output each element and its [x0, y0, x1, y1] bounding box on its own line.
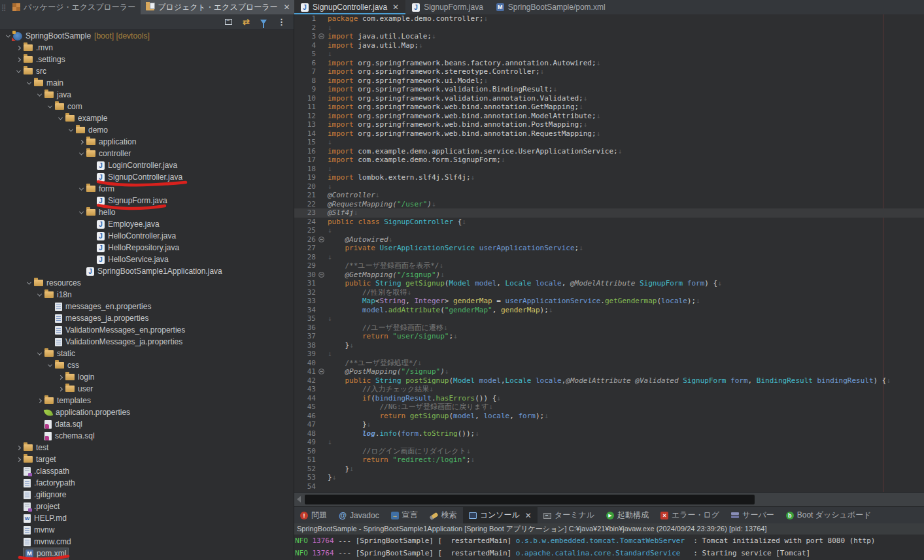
scroll-left-arrow-icon[interactable] — [297, 496, 301, 502]
code-editor[interactable]: 1package com.example.demo.controller;↓2↓… — [294, 14, 924, 492]
tree-item[interactable]: com — [0, 101, 294, 112]
tree-chevron-icon[interactable] — [34, 93, 44, 97]
tree-item[interactable]: SpringBootSample1Application.java — [0, 265, 294, 277]
view-tab-project-explorer[interactable]: プロジェクト・エクスプローラー✕ — [141, 0, 295, 14]
console-view-tab-problems[interactable]: 問題 — [294, 507, 333, 523]
tree-item[interactable]: static — [0, 348, 294, 359]
tree-item[interactable]: css — [0, 359, 294, 371]
console-view-tab-launch[interactable]: 起動構成 — [600, 507, 655, 523]
tree-item[interactable]: messages_en.properties — [0, 301, 294, 312]
tree-chevron-icon[interactable] — [34, 352, 44, 355]
console-view-tab-terminal[interactable]: ターミナル — [538, 507, 600, 523]
tree-item[interactable]: .factorypath — [0, 477, 294, 489]
tree-item[interactable]: schema.sql — [0, 430, 294, 442]
tree-item[interactable]: LoginController.java — [0, 159, 294, 171]
code-line: 9import org.springframework.validation.B… — [294, 85, 924, 94]
tree-item[interactable]: login — [0, 371, 294, 383]
tree-chevron-icon[interactable] — [13, 458, 24, 461]
scrollbar-thumb[interactable] — [305, 495, 755, 504]
tree-item[interactable]: mvnw — [0, 524, 294, 536]
tree-chevron-icon[interactable] — [44, 364, 55, 367]
tree-item[interactable]: messages_ja.properties — [0, 312, 294, 324]
tree-item[interactable]: example — [0, 112, 294, 124]
tree-item[interactable]: ValidationMessages_ja.properties — [0, 336, 294, 348]
link-with-editor-icon[interactable]: ⇄ — [243, 18, 250, 26]
tree-item[interactable]: main — [0, 77, 294, 89]
console-view-tab-console[interactable]: コンソール✕ — [463, 507, 538, 523]
tree-item[interactable]: HELP.md — [0, 512, 294, 524]
console-view-tab-servers[interactable]: サーバー — [725, 507, 780, 523]
tree-chevron-icon[interactable] — [76, 140, 86, 144]
console-view-tab-javadoc[interactable]: Javadoc — [333, 507, 385, 523]
tree-item[interactable]: .mvn — [0, 42, 294, 54]
tree-item[interactable]: java — [0, 89, 294, 101]
tree-chevron-icon[interactable] — [24, 282, 34, 285]
close-icon[interactable]: ✕ — [284, 3, 290, 12]
tree-item[interactable]: .settings — [0, 54, 294, 65]
tree-item[interactable]: src — [0, 65, 294, 77]
close-icon[interactable]: ✕ — [525, 511, 532, 520]
view-menu-icon[interactable]: ⋮ — [277, 18, 286, 26]
tree-chevron-icon[interactable] — [34, 293, 44, 297]
horizontal-scrollbar[interactable] — [294, 492, 924, 506]
tree-chevron-icon[interactable] — [55, 387, 65, 391]
tree-item[interactable]: templates — [0, 395, 294, 406]
tree-item[interactable]: form — [0, 183, 294, 195]
tree-chevron-icon[interactable] — [76, 211, 86, 214]
tree-item[interactable]: target — [0, 453, 294, 465]
fold-marker-icon[interactable]: − — [318, 235, 326, 244]
tree-chevron-icon[interactable] — [55, 117, 65, 120]
tree-item[interactable]: i18n — [0, 289, 294, 301]
editor-tab[interactable]: SpringBootSample/pom.xml — [490, 0, 612, 14]
tree-chevron-icon[interactable] — [44, 105, 55, 108]
tree-item[interactable]: HelloService.java — [0, 254, 294, 265]
tree-chevron-icon[interactable] — [13, 46, 24, 50]
tree-chevron-icon[interactable] — [13, 58, 24, 61]
tree-item[interactable]: application — [0, 136, 294, 148]
tree-item[interactable]: SignupForm.java — [0, 195, 294, 206]
fold-marker-icon[interactable]: − — [318, 367, 326, 376]
tree-item[interactable]: application.properties — [0, 406, 294, 418]
tree-chevron-icon[interactable] — [65, 129, 76, 132]
tree-item[interactable]: HelloRepository.java — [0, 242, 294, 254]
tree-chevron-icon[interactable] — [34, 399, 44, 403]
tree-item[interactable]: resources — [0, 277, 294, 289]
console-output[interactable]: SpringBootSample - SpringBootSample1Appl… — [294, 523, 924, 560]
fold-marker-icon[interactable]: − — [318, 271, 326, 280]
tree-item[interactable]: pom.xml — [0, 548, 294, 559]
code-line: 46 return getSignup(model, locale, form)… — [294, 412, 924, 421]
tree-chevron-icon[interactable] — [55, 376, 65, 379]
console-view-tab-declaration[interactable]: 宣言 — [385, 507, 424, 523]
tree-chevron-icon[interactable] — [76, 188, 86, 191]
fold-ruler — [318, 323, 326, 333]
tree-item[interactable]: ValidationMessages_en.properties — [0, 324, 294, 336]
fold-marker-icon[interactable]: − — [318, 32, 326, 41]
editor-tab[interactable]: SignupForm.java — [405, 0, 490, 14]
tree-item[interactable]: SignupController.java — [0, 171, 294, 183]
tree-item[interactable]: Employee.java — [0, 218, 294, 230]
console-view-tab-search[interactable]: 検索 — [424, 507, 463, 523]
tree-chevron-icon[interactable] — [13, 70, 24, 73]
editor-tab[interactable]: SignupController.java✕ — [294, 0, 405, 14]
collapse-all-icon[interactable] — [225, 19, 232, 25]
tree-chevron-icon[interactable] — [24, 82, 34, 85]
view-tab-package-explorer[interactable]: パッケージ・エクスプローラー — [7, 0, 141, 14]
tree-item[interactable]: demo — [0, 124, 294, 136]
tree-item[interactable]: .classpath — [0, 465, 294, 477]
tree-item[interactable]: HelloController.java — [0, 230, 294, 242]
tree-item[interactable]: test — [0, 442, 294, 453]
console-view-tab-errorlog[interactable]: エラー・ログ — [655, 507, 725, 523]
tree-item[interactable]: .gitignore — [0, 489, 294, 501]
tree-item[interactable]: user — [0, 383, 294, 395]
tree-chevron-icon[interactable] — [76, 152, 86, 156]
tree-item[interactable]: .project — [0, 501, 294, 512]
tree-item[interactable]: SpringBootSample[boot] [devtools] — [0, 30, 294, 42]
console-view-tab-boot[interactable]: Boot ダッシュボード — [780, 507, 878, 523]
filter-icon[interactable] — [260, 20, 267, 24]
tree-item[interactable]: controller — [0, 148, 294, 159]
tree-chevron-icon[interactable] — [13, 446, 24, 450]
tree-item[interactable]: mvnw.cmd — [0, 536, 294, 548]
tree-item[interactable]: hello — [0, 206, 294, 218]
tree-item[interactable]: data.sql — [0, 418, 294, 430]
close-icon[interactable]: ✕ — [392, 3, 399, 12]
